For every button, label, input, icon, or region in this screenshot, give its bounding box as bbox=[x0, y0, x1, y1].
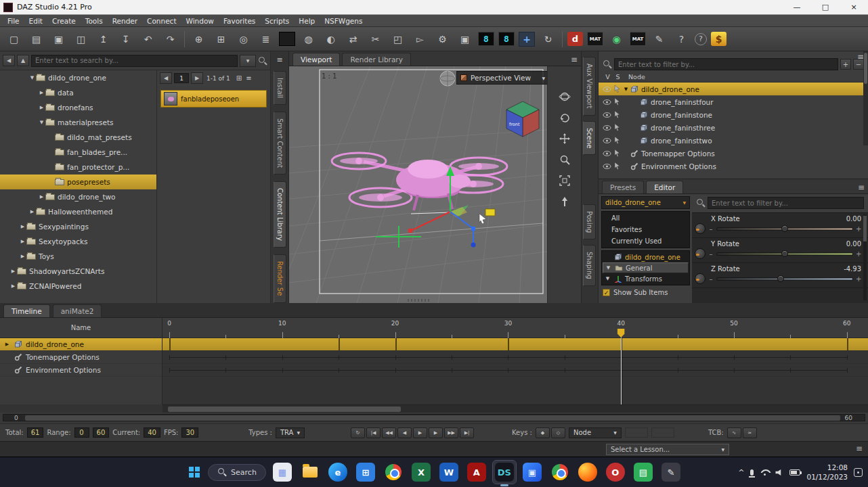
material-paste-icon[interactable]: MAT bbox=[630, 32, 646, 46]
param-filter-currently-used[interactable]: Currently Used bbox=[603, 235, 689, 247]
timeline-ruler[interactable]: 0102030405060 bbox=[162, 318, 868, 338]
scene-scrollbar[interactable] bbox=[863, 51, 868, 145]
taskbar-app-daz-studio[interactable]: DS bbox=[493, 461, 516, 484]
whats-this-icon[interactable]: ? bbox=[672, 31, 691, 47]
taskbar-app-microsoft-store[interactable]: ⊞ bbox=[354, 461, 377, 484]
keyframe-tick[interactable] bbox=[734, 368, 735, 373]
tray-volume-icon[interactable] bbox=[775, 469, 783, 476]
menu-tools[interactable]: Tools bbox=[81, 16, 108, 26]
slider-track[interactable] bbox=[716, 252, 853, 256]
keyframe-tick[interactable] bbox=[282, 355, 283, 360]
file-item-fanbladeposeoen[interactable]: fanbladeposeoen bbox=[160, 90, 267, 108]
viewport-canvas[interactable]: front 1 : 1 Perspective View ▼ bbox=[289, 66, 547, 303]
visibility-eye-icon[interactable] bbox=[602, 163, 612, 170]
scene-node-dildo-drone-one[interactable]: ▼ dildo_drone_one bbox=[599, 83, 868, 95]
expand-arrow-icon[interactable]: ▼ bbox=[38, 120, 45, 125]
tcb-curve-a-button[interactable]: ∿ bbox=[727, 427, 741, 438]
params-filter-input[interactable] bbox=[708, 197, 864, 209]
undo-icon[interactable]: ↶ bbox=[139, 31, 157, 47]
content-search-input[interactable] bbox=[31, 55, 238, 67]
redo-icon[interactable]: ↷ bbox=[161, 31, 179, 47]
menu-window[interactable]: Window bbox=[181, 16, 219, 26]
tree-item-zcnaipowered[interactable]: ▶ ZCNAIPowered bbox=[0, 279, 156, 294]
slider-value[interactable]: -4.93 bbox=[844, 265, 861, 273]
next-page-button[interactable]: ▶ bbox=[191, 72, 203, 84]
list-view-button[interactable]: ≡ bbox=[246, 74, 251, 82]
tree-item-fan-protector-p[interactable]: fan_protector_p... bbox=[0, 160, 156, 175]
keyframe-tick[interactable] bbox=[452, 355, 452, 360]
tree-item-dronefans[interactable]: ▶ dronefans bbox=[0, 100, 156, 115]
tray-mic-icon[interactable] bbox=[750, 469, 754, 476]
keyframe-tick[interactable] bbox=[225, 355, 226, 360]
taskbar-app-file-explorer[interactable] bbox=[299, 461, 322, 484]
slider-decrement-button[interactable]: – bbox=[708, 275, 714, 283]
params-scrollbar[interactable] bbox=[863, 214, 867, 300]
menu-help[interactable]: Help bbox=[294, 16, 320, 26]
tree-item-dildo-drone-two[interactable]: ▶ dildo_drone_two bbox=[0, 189, 156, 204]
timeline-row-environment-options[interactable]: Environment Options bbox=[0, 364, 162, 377]
daz-default-resources-icon[interactable]: d bbox=[567, 32, 583, 46]
slider-value[interactable]: 0.00 bbox=[846, 215, 861, 223]
menu-edit[interactable]: Edit bbox=[24, 16, 47, 26]
material-copy-icon[interactable]: MAT bbox=[587, 32, 603, 46]
tab-aux-viewport[interactable]: Aux Viewport bbox=[583, 57, 596, 116]
param-group-general[interactable]: ▼ General bbox=[603, 262, 689, 273]
range-thumb[interactable] bbox=[25, 415, 840, 421]
create-globe-icon[interactable]: ◍ bbox=[299, 31, 318, 47]
expand-arrow-icon[interactable]: ▶ bbox=[19, 254, 26, 259]
keyframe-tick[interactable] bbox=[339, 368, 339, 373]
menu-scripts[interactable]: Scripts bbox=[260, 16, 294, 26]
tree-item-dildo-mat-presets[interactable]: dildo_mat_presets bbox=[0, 130, 156, 145]
scene-node-drone-faninstfour[interactable]: drone_faninstfour bbox=[599, 95, 868, 108]
slider-handle[interactable] bbox=[777, 275, 784, 282]
up-button[interactable]: ▲ bbox=[17, 55, 29, 66]
current-frame-field[interactable]: 40 bbox=[144, 427, 160, 438]
minimize-button[interactable]: — bbox=[783, 0, 811, 14]
timeline-tab-timeline[interactable]: Timeline bbox=[3, 304, 50, 317]
save-scene-icon[interactable]: ◫ bbox=[72, 31, 90, 47]
tree-item-data[interactable]: ▶ data bbox=[0, 85, 156, 100]
taskbar-app-opera[interactable]: O bbox=[604, 461, 627, 484]
taskbar-search[interactable]: Search bbox=[208, 464, 266, 481]
slider-increment-button[interactable]: + bbox=[856, 275, 861, 283]
tab-install[interactable]: Install bbox=[274, 71, 286, 105]
timeline-hscrollbar[interactable] bbox=[162, 404, 868, 413]
select-cursor-icon[interactable] bbox=[612, 111, 622, 118]
slider-decrement-button[interactable]: – bbox=[708, 225, 714, 233]
keyframe-tick[interactable] bbox=[847, 368, 848, 373]
keyframe-tick[interactable] bbox=[395, 338, 397, 350]
menu-connect[interactable]: Connect bbox=[142, 16, 181, 26]
visibility-eye-icon[interactable] bbox=[602, 124, 612, 131]
taskbar-app-firefox[interactable] bbox=[576, 461, 599, 484]
brush-tool-icon[interactable]: ✎ bbox=[650, 31, 668, 47]
viewport-tab-viewport[interactable]: Viewport bbox=[292, 53, 340, 66]
next-key-button[interactable]: ▶▶ bbox=[444, 427, 458, 438]
frame-counter-right-icon[interactable]: 8 bbox=[498, 32, 515, 46]
taskbar-clock[interactable]: 12:08 01/12/2023 bbox=[806, 463, 848, 482]
color-grid-icon[interactable] bbox=[279, 32, 295, 46]
close-button[interactable]: × bbox=[840, 0, 868, 14]
select-cursor-icon[interactable] bbox=[612, 137, 622, 144]
scene-node-tonemapper-options[interactable]: Tonemapper Options bbox=[599, 147, 868, 160]
visibility-eye-icon[interactable] bbox=[602, 86, 612, 93]
keyframe-tick[interactable] bbox=[339, 338, 340, 350]
fps-field[interactable]: 30 bbox=[181, 427, 198, 438]
keyframe-tick[interactable] bbox=[282, 368, 283, 373]
menu-file[interactable]: File bbox=[3, 16, 24, 26]
notification-icon[interactable] bbox=[854, 468, 863, 477]
scene-node-environment-options[interactable]: Environment Options bbox=[599, 160, 868, 172]
timeline-range-bar[interactable]: 0 60 bbox=[0, 413, 868, 423]
expand-arrow-icon[interactable]: ▶ bbox=[9, 269, 17, 274]
tray-battery-icon[interactable] bbox=[789, 469, 800, 476]
play-button[interactable]: ▶ bbox=[413, 427, 427, 438]
start-button[interactable] bbox=[186, 463, 203, 481]
open-scene-icon[interactable]: ▤ bbox=[27, 31, 45, 47]
keyframe-tick[interactable] bbox=[169, 338, 171, 350]
keyframe-tick[interactable] bbox=[790, 355, 791, 360]
select-cursor-icon[interactable] bbox=[612, 124, 622, 131]
playhead-marker[interactable] bbox=[617, 329, 625, 338]
zoom-icon[interactable] bbox=[557, 152, 573, 167]
keyframe-tick[interactable] bbox=[565, 355, 565, 360]
pane-resize-grip[interactable] bbox=[408, 299, 431, 302]
keyframe-tick[interactable] bbox=[847, 355, 848, 360]
